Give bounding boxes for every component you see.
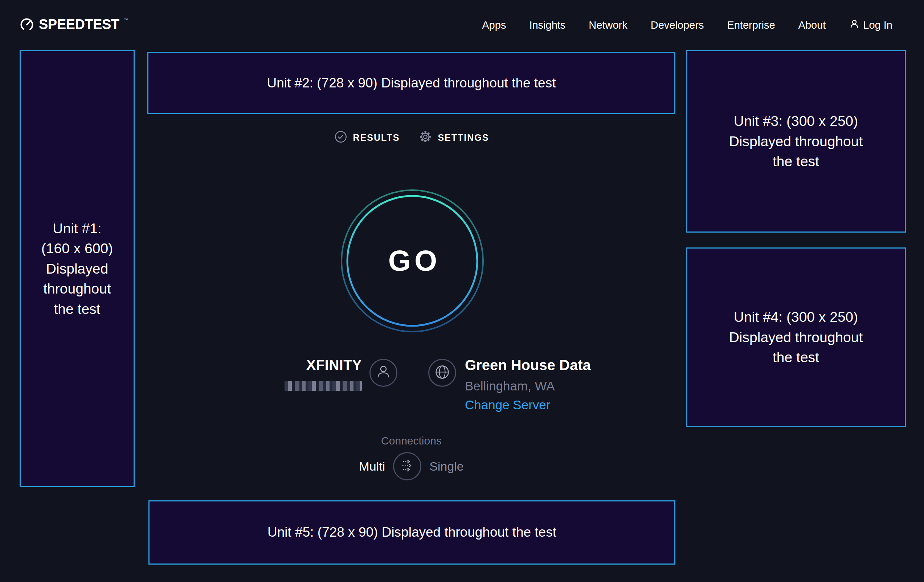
isp-name: XFINITY [251,357,362,373]
check-circle-icon [334,130,348,145]
main-nav: Apps Insights Network Developers Enterpr… [482,18,893,32]
ad-unit-3-rectangle[interactable]: Unit #3: (300 x 250) Displayed throughou… [686,50,906,232]
tab-settings-label: SETTINGS [438,132,489,143]
brand-name: SPEEDTEST [39,17,119,31]
connections-single-option[interactable]: Single [429,459,464,473]
redacted-ip-address [285,381,362,391]
server-globe-badge [428,359,456,387]
go-button-label: GO [340,188,485,333]
top-nav-bar: SPEEDTEST ™ Apps Insights Network Develo… [0,0,924,50]
server-name: Green House Data [465,357,591,373]
nav-item-apps[interactable]: Apps [482,19,506,31]
tab-results-label: RESULTS [353,132,400,143]
ad-unit-1-skyscraper[interactable]: Unit #1: (160 x 600) Displayed throughou… [20,50,135,487]
nav-item-network[interactable]: Network [589,19,627,31]
ad-unit-5-leaderboard-bottom[interactable]: Unit #5: (728 x 90) Displayed throughout… [148,500,675,565]
globe-icon [428,358,456,387]
tab-results[interactable]: RESULTS [334,130,400,145]
multi-arrows-icon [393,452,421,481]
nav-item-developers[interactable]: Developers [651,19,704,31]
isp-user-badge [370,359,398,387]
connections-multi-option[interactable]: Multi [359,459,385,473]
login-label: Log In [863,19,893,31]
person-icon [849,18,860,32]
server-location: Bellingham, WA [465,379,555,393]
connections-label: Connections [147,435,675,447]
nav-item-enterprise[interactable]: Enterprise [727,19,775,31]
nav-item-about[interactable]: About [799,19,826,31]
trademark-mark: ™ [124,18,128,22]
speedtest-logo[interactable]: SPEEDTEST ™ [20,17,128,33]
connections-toggle-button[interactable] [393,452,421,480]
go-button[interactable]: GO [340,188,485,333]
gear-icon [419,130,432,145]
speedometer-gauge-icon [20,17,34,33]
change-server-link[interactable]: Change Server [465,398,550,412]
ad-unit-4-rectangle[interactable]: Unit #4: (300 x 250) Displayed throughou… [686,247,906,427]
tab-settings[interactable]: SETTINGS [419,130,489,145]
login-button[interactable]: Log In [849,18,893,32]
ad-unit-2-leaderboard-top[interactable]: Unit #2: (728 x 90) Displayed throughout… [147,52,675,114]
user-icon [370,358,398,387]
nav-item-insights[interactable]: Insights [529,19,566,31]
connections-toggle-row: Multi Single [147,452,675,480]
results-settings-tabs: RESULTS SETTINGS [147,130,675,145]
